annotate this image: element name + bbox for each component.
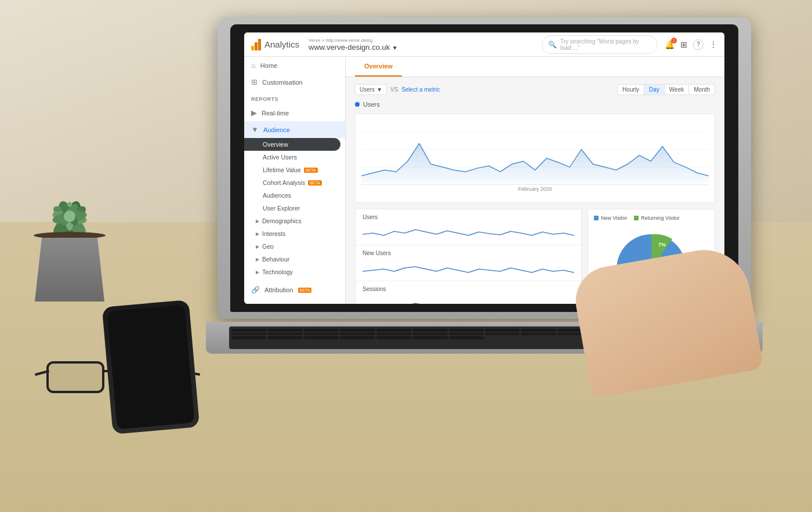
domain-breadcrumb: Verve > http://www.verve-desig... xyxy=(309,38,398,43)
sidebar-sub-overview[interactable]: Overview xyxy=(244,138,340,151)
home-icon: ⌂ xyxy=(251,61,256,70)
users-text: Users xyxy=(363,101,380,108)
sidebar-item-customisation[interactable]: ⊞ Customisation xyxy=(244,74,345,90)
key xyxy=(304,333,339,336)
sidebar-sub-cohort-analysis[interactable]: Cohort Analysis BETA xyxy=(244,176,345,189)
key xyxy=(521,329,556,332)
metric-dropdown-icon: ▼ xyxy=(376,86,382,93)
returning-visitor-label: Returning Visitor xyxy=(641,215,679,221)
audiences-label: Audiences xyxy=(263,192,291,199)
sidebar-behaviour[interactable]: ▶ Behaviour xyxy=(244,253,345,266)
chart-controls: Users ▼ VS Select a metric Hourly xyxy=(355,84,715,95)
key xyxy=(449,336,484,339)
grid-button[interactable]: ⊞ xyxy=(680,40,687,49)
domain-url[interactable]: www.verve-design.co.uk ▼ xyxy=(309,43,398,52)
topbar: Analytics Verve > http://www.verve-desig… xyxy=(244,32,724,57)
key xyxy=(231,336,266,339)
key xyxy=(267,336,302,339)
plant xyxy=(17,81,133,302)
geo-chevron: ▶ xyxy=(256,244,259,249)
sidebar-item-realtime[interactable]: ▶ Real-time xyxy=(244,104,345,121)
metric-row-sessions: Sessions xyxy=(356,281,581,304)
key xyxy=(412,329,447,332)
key xyxy=(231,329,266,332)
geo-label: Geo xyxy=(262,243,274,250)
user-explorer-label: User Explorer xyxy=(263,205,300,212)
sidebar-sub-audiences[interactable]: Audiences xyxy=(244,189,345,202)
technology-label: Technology xyxy=(262,268,293,275)
active-users-label: Active Users xyxy=(263,154,297,161)
reports-section-label: REPORTS xyxy=(244,90,345,104)
ga-logo: Analytics xyxy=(251,39,299,50)
returning-visitor-color xyxy=(634,216,639,220)
lifetime-value-label: Lifetime Value xyxy=(263,166,301,173)
more-menu-button[interactable]: ⋮ xyxy=(709,40,717,49)
vs-label: VS xyxy=(390,86,398,93)
sidebar-geo[interactable]: ▶ Geo xyxy=(244,240,345,253)
clock-icon: ▶ xyxy=(251,108,257,117)
key xyxy=(304,336,339,339)
week-button[interactable]: Week xyxy=(665,85,689,95)
key xyxy=(485,329,520,332)
key xyxy=(449,329,484,332)
key xyxy=(449,333,484,336)
sidebar-item-audience[interactable]: ▼ Audience xyxy=(244,121,345,138)
attribution-label: Attribution xyxy=(264,286,293,293)
notification-button[interactable]: 🔔 1 xyxy=(665,40,675,49)
select-metric-button[interactable]: Select a metric xyxy=(401,86,440,93)
demographics-label: Demographics xyxy=(262,217,302,224)
sidebar-technology[interactable]: ▶ Technology xyxy=(244,266,345,278)
key xyxy=(376,329,411,332)
key xyxy=(412,333,447,336)
sidebar-realtime-label: Real-time xyxy=(262,110,289,117)
behaviour-chevron: ▶ xyxy=(256,257,259,262)
sidebar-sub-lifetime-value[interactable]: Lifetime Value BETA xyxy=(244,164,345,176)
sidebar-item-attribution[interactable]: 🔗 Attribution BETA xyxy=(244,282,345,298)
key xyxy=(340,329,375,332)
key xyxy=(485,333,520,336)
logo-bar-1 xyxy=(251,46,254,50)
tab-overview[interactable]: Overview xyxy=(355,57,402,77)
person-icon: ▼ xyxy=(251,125,259,134)
demographics-chevron: ▶ xyxy=(256,219,259,224)
lifetime-value-badge: BETA xyxy=(304,168,318,173)
notification-badge: 1 xyxy=(671,38,677,43)
metric-name: Users xyxy=(360,86,375,93)
key xyxy=(340,333,375,336)
domain-section: Verve > http://www.verve-desig... www.ve… xyxy=(309,38,398,52)
search-placeholder: Try searching "Worst pages by load ..." xyxy=(560,38,651,51)
sidebar-demographics[interactable]: ▶ Demographics xyxy=(244,215,345,227)
users-metric-button[interactable]: Users ▼ xyxy=(355,84,387,95)
search-icon: 🔍 xyxy=(548,41,557,49)
users-sparkline xyxy=(362,223,574,240)
hourly-button[interactable]: Hourly xyxy=(618,85,644,95)
interests-chevron: ▶ xyxy=(256,231,259,237)
topbar-icons: 🔔 1 ⊞ ? ⋮ xyxy=(665,39,717,50)
key xyxy=(376,336,411,339)
day-button[interactable]: Day xyxy=(644,85,665,95)
metric-new-users-name: New Users xyxy=(362,250,574,256)
attribution-icon: 🔗 xyxy=(251,286,260,294)
phone xyxy=(102,300,200,434)
plant-pot xyxy=(35,238,104,302)
new-visitor-color xyxy=(594,216,599,220)
search-bar[interactable]: 🔍 Try searching "Worst pages by load ...… xyxy=(542,35,658,54)
help-button[interactable]: ? xyxy=(693,39,704,50)
key xyxy=(521,333,556,336)
key xyxy=(412,336,447,339)
sidebar-interests[interactable]: ▶ Interests xyxy=(244,227,345,240)
february-label: February 2020 xyxy=(518,186,552,192)
metric-row-users: Users xyxy=(356,209,581,245)
overview-label: Overview xyxy=(263,141,288,148)
sidebar: ⌂ Home ⊞ Customisation REPORTS ▶ Real-ti… xyxy=(244,57,346,304)
metrics-list: Users New Use xyxy=(355,209,582,304)
sidebar-sub-user-explorer[interactable]: User Explorer xyxy=(244,202,345,215)
logo-bars xyxy=(251,39,261,50)
users-dot xyxy=(355,102,360,107)
sidebar-audience-label: Audience xyxy=(263,126,290,133)
month-button[interactable]: Month xyxy=(689,85,715,95)
sidebar-item-home[interactable]: ⌂ Home xyxy=(244,57,345,74)
sidebar-sub-active-users[interactable]: Active Users xyxy=(244,151,345,164)
app-title: Analytics xyxy=(264,39,299,49)
cohort-analysis-badge: BETA xyxy=(308,180,322,186)
